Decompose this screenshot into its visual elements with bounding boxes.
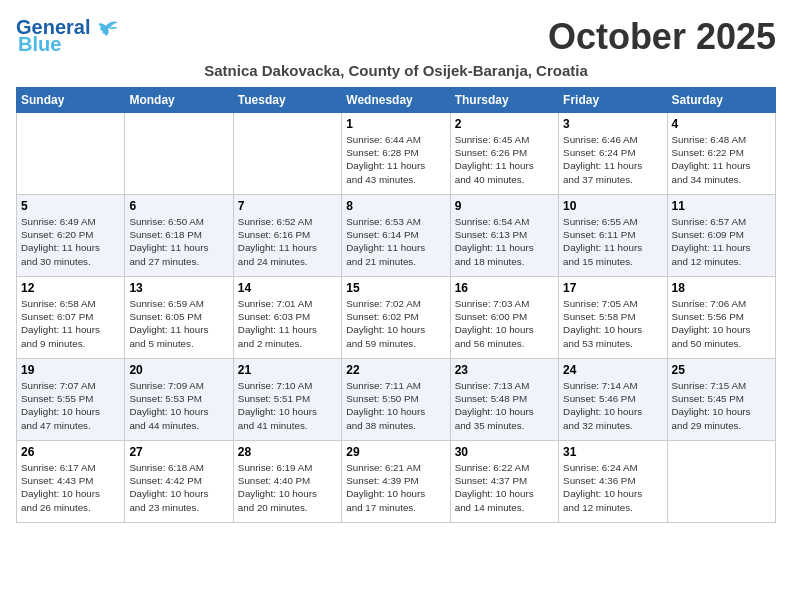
calendar-cell <box>17 113 125 195</box>
calendar-cell: 6Sunrise: 6:50 AM Sunset: 6:18 PM Daylig… <box>125 195 233 277</box>
day-number: 2 <box>455 117 554 131</box>
calendar-cell: 1Sunrise: 6:44 AM Sunset: 6:28 PM Daylig… <box>342 113 450 195</box>
day-number: 24 <box>563 363 662 377</box>
calendar-cell: 24Sunrise: 7:14 AM Sunset: 5:46 PM Dayli… <box>559 359 667 441</box>
day-number: 8 <box>346 199 445 213</box>
day-number: 26 <box>21 445 120 459</box>
day-number: 4 <box>672 117 771 131</box>
calendar-week-row: 19Sunrise: 7:07 AM Sunset: 5:55 PM Dayli… <box>17 359 776 441</box>
day-info: Sunrise: 7:06 AM Sunset: 5:56 PM Dayligh… <box>672 297 771 350</box>
day-number: 28 <box>238 445 337 459</box>
day-info: Sunrise: 7:07 AM Sunset: 5:55 PM Dayligh… <box>21 379 120 432</box>
calendar-week-row: 12Sunrise: 6:58 AM Sunset: 6:07 PM Dayli… <box>17 277 776 359</box>
day-number: 29 <box>346 445 445 459</box>
day-info: Sunrise: 6:50 AM Sunset: 6:18 PM Dayligh… <box>129 215 228 268</box>
calendar-cell: 20Sunrise: 7:09 AM Sunset: 5:53 PM Dayli… <box>125 359 233 441</box>
day-info: Sunrise: 6:58 AM Sunset: 6:07 PM Dayligh… <box>21 297 120 350</box>
calendar-cell: 19Sunrise: 7:07 AM Sunset: 5:55 PM Dayli… <box>17 359 125 441</box>
calendar-cell: 3Sunrise: 6:46 AM Sunset: 6:24 PM Daylig… <box>559 113 667 195</box>
day-info: Sunrise: 6:17 AM Sunset: 4:43 PM Dayligh… <box>21 461 120 514</box>
day-info: Sunrise: 7:05 AM Sunset: 5:58 PM Dayligh… <box>563 297 662 350</box>
day-info: Sunrise: 6:24 AM Sunset: 4:36 PM Dayligh… <box>563 461 662 514</box>
calendar-cell: 18Sunrise: 7:06 AM Sunset: 5:56 PM Dayli… <box>667 277 775 359</box>
day-number: 19 <box>21 363 120 377</box>
month-title: October 2025 <box>548 16 776 58</box>
day-number: 20 <box>129 363 228 377</box>
day-number: 17 <box>563 281 662 295</box>
calendar-cell: 5Sunrise: 6:49 AM Sunset: 6:20 PM Daylig… <box>17 195 125 277</box>
day-info: Sunrise: 6:21 AM Sunset: 4:39 PM Dayligh… <box>346 461 445 514</box>
calendar-cell: 28Sunrise: 6:19 AM Sunset: 4:40 PM Dayli… <box>233 441 341 523</box>
day-info: Sunrise: 6:59 AM Sunset: 6:05 PM Dayligh… <box>129 297 228 350</box>
calendar-cell: 26Sunrise: 6:17 AM Sunset: 4:43 PM Dayli… <box>17 441 125 523</box>
day-info: Sunrise: 6:52 AM Sunset: 6:16 PM Dayligh… <box>238 215 337 268</box>
day-number: 7 <box>238 199 337 213</box>
day-info: Sunrise: 6:22 AM Sunset: 4:37 PM Dayligh… <box>455 461 554 514</box>
day-number: 22 <box>346 363 445 377</box>
calendar-cell: 25Sunrise: 7:15 AM Sunset: 5:45 PM Dayli… <box>667 359 775 441</box>
day-number: 11 <box>672 199 771 213</box>
day-info: Sunrise: 6:49 AM Sunset: 6:20 PM Dayligh… <box>21 215 120 268</box>
day-info: Sunrise: 7:01 AM Sunset: 6:03 PM Dayligh… <box>238 297 337 350</box>
calendar-cell: 4Sunrise: 6:48 AM Sunset: 6:22 PM Daylig… <box>667 113 775 195</box>
day-number: 16 <box>455 281 554 295</box>
day-number: 6 <box>129 199 228 213</box>
day-info: Sunrise: 6:48 AM Sunset: 6:22 PM Dayligh… <box>672 133 771 186</box>
calendar-cell: 2Sunrise: 6:45 AM Sunset: 6:26 PM Daylig… <box>450 113 558 195</box>
calendar-cell: 9Sunrise: 6:54 AM Sunset: 6:13 PM Daylig… <box>450 195 558 277</box>
weekday-header-sunday: Sunday <box>17 88 125 113</box>
day-number: 27 <box>129 445 228 459</box>
calendar-cell: 11Sunrise: 6:57 AM Sunset: 6:09 PM Dayli… <box>667 195 775 277</box>
calendar-cell <box>233 113 341 195</box>
day-info: Sunrise: 7:14 AM Sunset: 5:46 PM Dayligh… <box>563 379 662 432</box>
day-number: 1 <box>346 117 445 131</box>
day-info: Sunrise: 6:55 AM Sunset: 6:11 PM Dayligh… <box>563 215 662 268</box>
weekday-header-wednesday: Wednesday <box>342 88 450 113</box>
day-info: Sunrise: 6:54 AM Sunset: 6:13 PM Dayligh… <box>455 215 554 268</box>
logo: General Blue <box>16 16 120 56</box>
day-number: 15 <box>346 281 445 295</box>
day-number: 14 <box>238 281 337 295</box>
day-info: Sunrise: 7:10 AM Sunset: 5:51 PM Dayligh… <box>238 379 337 432</box>
day-info: Sunrise: 6:18 AM Sunset: 4:42 PM Dayligh… <box>129 461 228 514</box>
day-info: Sunrise: 7:09 AM Sunset: 5:53 PM Dayligh… <box>129 379 228 432</box>
weekday-header-tuesday: Tuesday <box>233 88 341 113</box>
day-number: 13 <box>129 281 228 295</box>
weekday-header-friday: Friday <box>559 88 667 113</box>
day-info: Sunrise: 6:44 AM Sunset: 6:28 PM Dayligh… <box>346 133 445 186</box>
day-info: Sunrise: 7:02 AM Sunset: 6:02 PM Dayligh… <box>346 297 445 350</box>
day-number: 31 <box>563 445 662 459</box>
day-info: Sunrise: 6:19 AM Sunset: 4:40 PM Dayligh… <box>238 461 337 514</box>
day-info: Sunrise: 6:57 AM Sunset: 6:09 PM Dayligh… <box>672 215 771 268</box>
weekday-header-saturday: Saturday <box>667 88 775 113</box>
weekday-header-thursday: Thursday <box>450 88 558 113</box>
calendar-cell: 21Sunrise: 7:10 AM Sunset: 5:51 PM Dayli… <box>233 359 341 441</box>
calendar-week-row: 5Sunrise: 6:49 AM Sunset: 6:20 PM Daylig… <box>17 195 776 277</box>
day-info: Sunrise: 6:45 AM Sunset: 6:26 PM Dayligh… <box>455 133 554 186</box>
day-number: 3 <box>563 117 662 131</box>
calendar-week-row: 26Sunrise: 6:17 AM Sunset: 4:43 PM Dayli… <box>17 441 776 523</box>
day-info: Sunrise: 7:11 AM Sunset: 5:50 PM Dayligh… <box>346 379 445 432</box>
page-header: General Blue October 2025 <box>16 16 776 58</box>
calendar-cell <box>667 441 775 523</box>
day-number: 18 <box>672 281 771 295</box>
day-info: Sunrise: 7:03 AM Sunset: 6:00 PM Dayligh… <box>455 297 554 350</box>
day-number: 21 <box>238 363 337 377</box>
day-info: Sunrise: 6:53 AM Sunset: 6:14 PM Dayligh… <box>346 215 445 268</box>
day-number: 5 <box>21 199 120 213</box>
calendar-cell: 12Sunrise: 6:58 AM Sunset: 6:07 PM Dayli… <box>17 277 125 359</box>
day-number: 30 <box>455 445 554 459</box>
calendar-cell: 15Sunrise: 7:02 AM Sunset: 6:02 PM Dayli… <box>342 277 450 359</box>
weekday-header-row: SundayMondayTuesdayWednesdayThursdayFrid… <box>17 88 776 113</box>
day-info: Sunrise: 7:15 AM Sunset: 5:45 PM Dayligh… <box>672 379 771 432</box>
weekday-header-monday: Monday <box>125 88 233 113</box>
day-number: 12 <box>21 281 120 295</box>
logo-blue: Blue <box>18 33 61 56</box>
logo-bird-icon <box>92 18 120 38</box>
calendar-cell: 10Sunrise: 6:55 AM Sunset: 6:11 PM Dayli… <box>559 195 667 277</box>
calendar-cell: 27Sunrise: 6:18 AM Sunset: 4:42 PM Dayli… <box>125 441 233 523</box>
day-info: Sunrise: 7:13 AM Sunset: 5:48 PM Dayligh… <box>455 379 554 432</box>
calendar-cell: 7Sunrise: 6:52 AM Sunset: 6:16 PM Daylig… <box>233 195 341 277</box>
calendar-table: SundayMondayTuesdayWednesdayThursdayFrid… <box>16 87 776 523</box>
calendar-cell: 23Sunrise: 7:13 AM Sunset: 5:48 PM Dayli… <box>450 359 558 441</box>
